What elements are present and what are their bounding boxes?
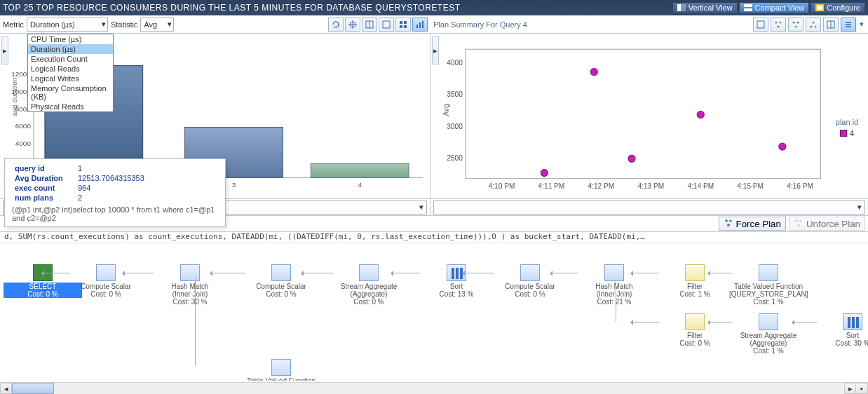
chevron-down-icon: ▾ <box>168 20 172 29</box>
svg-text:4000: 4000 <box>447 59 463 67</box>
svg-rect-15 <box>404 25 407 28</box>
plan-node-so2[interactable]: SortCost: 30 % <box>813 313 868 347</box>
plan-tree3-button[interactable] <box>806 18 821 32</box>
horizontal-scrollbar[interactable]: ◂ ▸ ▪ <box>0 382 868 394</box>
svg-text:4:12 PM: 4:12 PM <box>588 182 615 190</box>
legend-label: 4 <box>850 129 854 137</box>
execution-plan[interactable]: SELECTCost: 0 %Compute ScalarCost: 0 %Ha… <box>0 243 868 381</box>
plan-node-cost: Cost: 30 % <box>813 339 868 347</box>
force-plan-button[interactable]: Force Plan <box>719 217 786 231</box>
plan-node-icon <box>271 264 291 281</box>
svg-text:2500: 2500 <box>447 154 463 162</box>
tooltip-key: query id <box>12 163 75 173</box>
svg-point-67 <box>725 219 728 222</box>
plan-node-icon <box>685 264 705 281</box>
svg-text:4:14 PM: 4:14 PM <box>687 182 714 190</box>
plan-node-label: Hash Match <box>575 283 653 290</box>
plan-tree-button[interactable] <box>771 18 786 32</box>
plan-list-button[interactable] <box>841 18 856 32</box>
plan-node-tvf1[interactable]: Table Valued Function[QUERY_STORE_PLAN]C… <box>729 264 808 306</box>
plan-node-label: Compute Scalar <box>242 283 320 290</box>
plan-arrow <box>708 273 733 273</box>
scroll-track[interactable] <box>12 383 844 394</box>
scatter-chart[interactable]: Avg 2500 3000 3500 4000 4:10 PM 4:11 PM … <box>440 36 826 196</box>
metric-option[interactable]: Logical Reads <box>28 64 113 74</box>
target-button[interactable] <box>345 18 360 32</box>
plan-node-so1[interactable]: SortCost: 13 % <box>417 264 496 298</box>
plan-arrow <box>463 273 494 273</box>
plan-node-sublabel: (Aggregate) <box>729 339 808 347</box>
metric-option[interactable]: CPU Time (µs) <box>28 34 113 44</box>
metric-select[interactable]: Duration (µs) ▾ <box>27 18 108 32</box>
plan-node-tvf2[interactable]: Table Valued Function[QUERY_STORE_PLAN]C… <box>242 359 320 381</box>
metric-label: Metric <box>3 20 24 29</box>
expand-handle-left[interactable]: ▸ <box>1 36 8 64</box>
plan-arrow <box>550 273 578 273</box>
scroll-left-button[interactable]: ◂ <box>0 383 12 394</box>
svg-point-64 <box>628 155 635 162</box>
view-split-button[interactable] <box>362 18 377 32</box>
plan-summary-title: Plan Summary For Query 4 <box>433 20 527 29</box>
chevron-down-icon: ▾ <box>102 20 106 29</box>
plan-node-fl1[interactable]: FilterCost: 1 % <box>656 264 734 298</box>
metric-option[interactable]: Execution Count <box>28 54 113 64</box>
svg-point-27 <box>811 25 813 27</box>
plan-arrow <box>792 322 817 322</box>
query-tooltip: query id1 Avg Duration12513.7064315353 e… <box>4 158 226 227</box>
view-grid-button[interactable] <box>395 18 411 32</box>
plan-node-cost: Cost: 1 % <box>656 290 734 298</box>
refresh-button[interactable] <box>328 18 344 32</box>
plan-node-icon <box>271 359 291 376</box>
view-single-button[interactable] <box>379 18 394 32</box>
metric-option[interactable]: Logical Writes <box>28 74 113 83</box>
tooltip-table: query id1 Avg Duration12513.7064315353 e… <box>12 163 147 203</box>
expand-handle-right[interactable]: ▸ <box>432 36 439 64</box>
vertical-view-button[interactable]: Vertical View <box>672 2 738 13</box>
svg-point-69 <box>727 224 730 226</box>
chevron-down-icon[interactable]: ▾ <box>858 20 865 29</box>
legend-title: plan id <box>830 118 864 126</box>
plan-arrow <box>123 273 154 273</box>
plan-node-sublabel: (Inner Join) <box>151 290 229 298</box>
plan-node-sa2[interactable]: Stream Aggregate(Aggregate)Cost: 1 % <box>729 313 808 355</box>
plan-node-cs3[interactable]: Compute ScalarCost: 0 % <box>491 264 569 298</box>
plan-node-sa1[interactable]: Stream Aggregate(Aggregate)Cost: 0 % <box>330 264 408 306</box>
svg-rect-11 <box>383 21 390 28</box>
plan-refresh-button[interactable] <box>753 18 768 32</box>
svg-rect-5 <box>817 6 822 10</box>
metric-select-value: Duration (µs) <box>30 20 75 29</box>
compact-view-button[interactable]: Compact View <box>739 2 810 13</box>
scroll-thumb[interactable] <box>12 383 54 394</box>
plan-node-hm2[interactable]: Hash Match(Inner Join)Cost: 21 % <box>575 264 653 306</box>
tooltip-key: exec count <box>12 183 75 193</box>
right-plan-select[interactable]: ▾ <box>433 201 865 215</box>
metric-option[interactable]: Duration (µs) <box>28 44 113 54</box>
view-chart-button[interactable] <box>412 18 428 32</box>
compact-view-icon <box>744 4 752 11</box>
legend-swatch <box>840 130 847 137</box>
svg-point-68 <box>729 219 732 222</box>
svg-text:Avg: Avg <box>442 104 450 116</box>
metric-option[interactable]: Physical Reads <box>28 102 113 111</box>
plan-node-cs1[interactable]: Compute ScalarCost: 0 % <box>67 264 145 298</box>
svg-point-26 <box>813 21 815 23</box>
plan-node-hm1[interactable]: Hash Match(Inner Join)Cost: 30 % <box>151 264 229 306</box>
plan-node-cs2[interactable]: Compute ScalarCost: 0 % <box>242 264 320 298</box>
scroll-right-button[interactable]: ▸ <box>844 383 856 394</box>
svg-rect-1 <box>677 4 681 11</box>
statistic-label: Statistic <box>111 20 138 29</box>
configure-button[interactable]: Configure <box>811 2 865 13</box>
plan-node-icon <box>180 264 200 281</box>
tooltip-value: 12513.7064315353 <box>75 173 147 183</box>
svg-text:6000: 6000 <box>15 122 32 130</box>
metric-option[interactable]: Memory Consumption (KB) <box>28 83 113 102</box>
statistic-select[interactable]: Avg ▾ <box>140 18 174 32</box>
svg-rect-3 <box>744 8 752 11</box>
plan-node-cost: Cost: 0 % <box>67 290 145 298</box>
metric-dropdown-menu: CPU Time (µs)Duration (µs)Execution Coun… <box>27 34 114 112</box>
plan-node-fl2[interactable]: FilterCost: 0 % <box>656 313 734 347</box>
unforce-plan-button[interactable]: Unforce Plan <box>789 217 865 231</box>
plan-tree2-button[interactable] <box>788 18 803 32</box>
plan-node-label: Sort <box>417 283 496 290</box>
plan-grid-button[interactable] <box>823 18 839 32</box>
